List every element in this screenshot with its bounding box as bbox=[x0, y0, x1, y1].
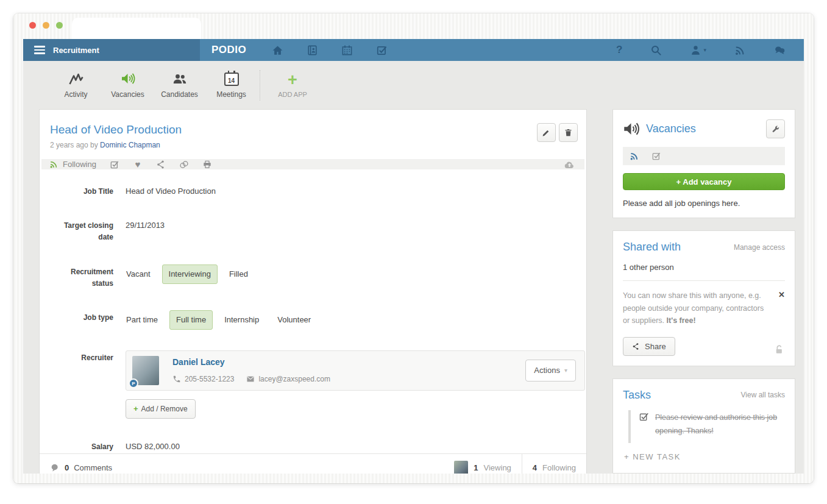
comment-bubble-icon bbox=[50, 463, 60, 472]
app-content: Recruitment PODIO ? bbox=[23, 39, 804, 474]
viewer-avatar bbox=[454, 461, 468, 474]
jobtype-option-part-time[interactable]: Part time bbox=[119, 310, 165, 330]
author-link[interactable]: Dominic Chapman bbox=[100, 141, 160, 149]
browser-tab[interactable] bbox=[72, 18, 201, 39]
field-recruitment-status: Recruitment status Vacant Interviewing F… bbox=[50, 264, 576, 289]
home-icon[interactable] bbox=[272, 44, 283, 56]
browser-window: Recruitment PODIO ? bbox=[13, 13, 814, 483]
field-recruiter: Recruiter P Daniel Lacey bbox=[50, 350, 576, 419]
edit-button[interactable] bbox=[537, 123, 556, 142]
add-remove-button[interactable]: + Add / Remove bbox=[126, 399, 196, 419]
app-tab-meetings[interactable]: 14 Meetings bbox=[205, 71, 257, 99]
like-heart-icon[interactable]: ♥ bbox=[133, 160, 143, 169]
divider bbox=[623, 280, 785, 281]
meetings-calendar-icon: 14 bbox=[224, 71, 239, 86]
recruiter-phone[interactable]: 205-5532-1223 bbox=[185, 374, 234, 385]
jobtype-option-volunteer[interactable]: Volunteer bbox=[271, 310, 318, 330]
search-icon[interactable] bbox=[650, 44, 662, 56]
menu-icon[interactable] bbox=[34, 46, 45, 54]
actions-caret-icon: ▾ bbox=[564, 366, 567, 375]
manage-access-link[interactable]: Manage access bbox=[734, 243, 785, 252]
profile-menu[interactable]: ▾ bbox=[690, 44, 706, 56]
app-speaker-icon bbox=[623, 121, 639, 137]
item-detail-card: Head of Video Production 2 years ago by … bbox=[39, 109, 587, 474]
app-rss-icon[interactable] bbox=[630, 151, 639, 161]
share-icon[interactable] bbox=[156, 160, 166, 169]
calendar-icon[interactable] bbox=[341, 44, 353, 56]
status-option-vacant[interactable]: Vacant bbox=[119, 264, 157, 284]
shared-count: 1 other person bbox=[623, 263, 785, 272]
app-panel-title[interactable]: Vacancies bbox=[646, 122, 696, 135]
tasks-panel-title: Tasks bbox=[623, 389, 651, 402]
add-plus-icon: + bbox=[133, 403, 138, 414]
following-toggle[interactable]: Following bbox=[49, 160, 96, 169]
viewing-summary[interactable]: 1 Viewing bbox=[444, 454, 522, 474]
task-text[interactable]: Please review and authorise this job ope… bbox=[655, 411, 784, 438]
close-window-button[interactable] bbox=[29, 22, 36, 29]
add-vacancy-button[interactable]: + Add vacancy bbox=[623, 173, 785, 190]
item-meta: 2 years ago by Dominic Chapman bbox=[50, 141, 182, 149]
workspace-switcher[interactable]: Recruitment bbox=[23, 39, 200, 61]
item-fields: Job Title Head of Video Production Targe… bbox=[40, 169, 586, 453]
recruiter-name-link[interactable]: Daniel Lacey bbox=[172, 357, 330, 369]
add-app-button[interactable]: + ADD APP bbox=[269, 72, 316, 98]
app-tagline: Please add all job openings here. bbox=[623, 199, 785, 208]
notifications-icon[interactable] bbox=[734, 44, 746, 56]
profile-caret-icon: ▾ bbox=[703, 47, 706, 53]
nav-divider bbox=[260, 70, 260, 101]
candidates-people-icon bbox=[172, 71, 188, 86]
chat-icon[interactable] bbox=[774, 44, 786, 56]
link-icon[interactable] bbox=[179, 160, 189, 169]
recruiter-avatar: P bbox=[132, 356, 159, 385]
app-tab-vacancies[interactable]: Vacancies bbox=[102, 71, 154, 99]
podio-badge: P bbox=[129, 378, 138, 388]
share-promo: You can now share this with anyone, e.g.… bbox=[623, 289, 785, 327]
global-nav bbox=[272, 44, 388, 56]
new-task-button[interactable]: + NEW TASK bbox=[624, 452, 785, 461]
following-summary[interactable]: 4 Following bbox=[522, 454, 586, 474]
recruiter-contact-card: P Daniel Lacey 205-5532-1223 bbox=[126, 350, 585, 391]
share-button-icon bbox=[632, 343, 640, 350]
recruiter-email[interactable]: lacey@zaxspeed.com bbox=[258, 374, 330, 385]
top-right-actions: ? ▾ bbox=[616, 44, 804, 56]
field-job-title: Job Title Head of Video Production bbox=[50, 184, 576, 197]
app-navigation-bar: Activity Vacancies Candidates 14 Meeting… bbox=[23, 61, 804, 109]
task-checkbox-icon[interactable] bbox=[110, 160, 119, 169]
podio-logo[interactable]: PODIO bbox=[211, 44, 246, 56]
pencil-icon bbox=[542, 128, 551, 137]
field-job-type: Job type Part time Full time Internship … bbox=[50, 310, 576, 330]
shared-with-panel: Shared with Manage access 1 other person… bbox=[612, 230, 795, 366]
phone-icon bbox=[172, 375, 181, 383]
contacts-icon[interactable] bbox=[307, 44, 318, 56]
jobtype-option-internship[interactable]: Internship bbox=[218, 310, 266, 330]
tasks-icon[interactable] bbox=[376, 44, 388, 56]
status-option-interviewing[interactable]: Interviewing bbox=[162, 264, 218, 284]
minimize-window-button[interactable] bbox=[43, 22, 49, 29]
jobtype-option-full-time[interactable]: Full time bbox=[169, 310, 213, 330]
print-icon[interactable] bbox=[202, 160, 212, 169]
workspace-label: Recruitment bbox=[53, 46, 99, 55]
app-task-icon[interactable] bbox=[651, 151, 661, 161]
profile-icon bbox=[690, 44, 701, 56]
field-closing-date: Target closing date 29/11/2013 bbox=[50, 218, 576, 243]
close-icon[interactable]: ✕ bbox=[778, 289, 785, 299]
help-icon[interactable]: ? bbox=[616, 44, 622, 56]
maximize-window-button[interactable] bbox=[56, 22, 63, 29]
comments-summary[interactable]: 0 Comments bbox=[40, 454, 112, 474]
status-option-filled[interactable]: Filled bbox=[222, 264, 255, 284]
task-check-icon[interactable] bbox=[639, 411, 649, 422]
task-item: Please review and authorise this job ope… bbox=[628, 410, 785, 443]
item-toolbar: Following ♥ bbox=[41, 159, 584, 169]
window-controls bbox=[29, 22, 63, 29]
mail-icon bbox=[246, 375, 255, 383]
app-tab-activity[interactable]: Activity bbox=[50, 71, 102, 99]
cloud-upload-icon[interactable] bbox=[564, 159, 575, 169]
actions-button[interactable]: Actions ▾ bbox=[525, 360, 576, 382]
app-settings-button[interactable] bbox=[766, 119, 785, 138]
add-app-plus-icon: + bbox=[288, 72, 297, 87]
share-button[interactable]: Share bbox=[623, 337, 675, 356]
app-tab-candidates[interactable]: Candidates bbox=[154, 71, 205, 99]
wrench-icon bbox=[771, 124, 780, 133]
view-all-tasks-link[interactable]: View all tasks bbox=[741, 391, 785, 399]
delete-button[interactable] bbox=[559, 123, 578, 142]
